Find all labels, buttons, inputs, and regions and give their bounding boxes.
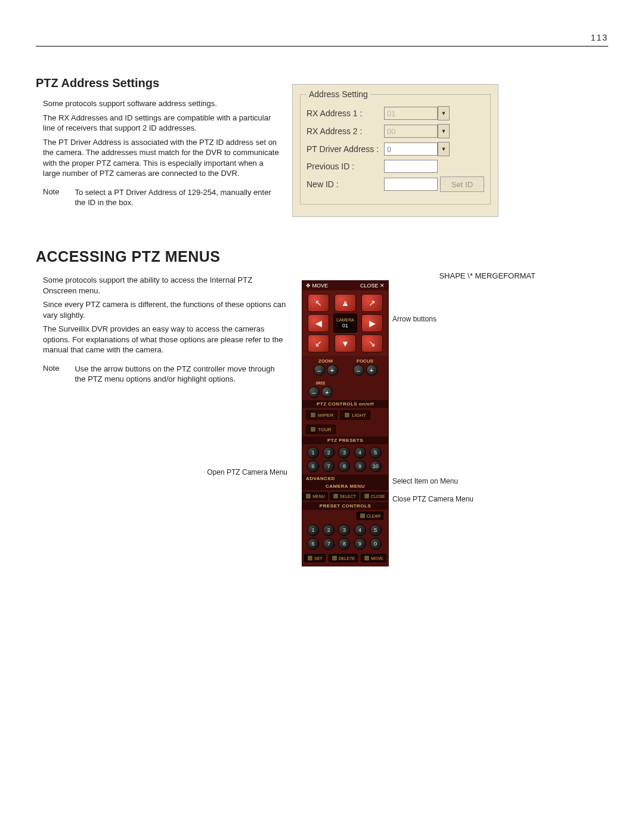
preset-6-button[interactable]: 6 bbox=[307, 460, 319, 472]
arrow-down-button[interactable]: ▼ bbox=[335, 335, 356, 352]
focus-far-button[interactable]: + bbox=[366, 364, 377, 376]
move-preset-button[interactable]: MOVE bbox=[361, 554, 386, 562]
preset-4-button[interactable]: 4 bbox=[354, 447, 366, 459]
preset-ctrl-row: 1 2 3 4 5 6 7 8 9 0 bbox=[302, 522, 388, 552]
arrow-up-button[interactable]: ▲ bbox=[335, 294, 356, 312]
num-2-button[interactable]: 2 bbox=[323, 524, 335, 536]
s1-note-label: Note bbox=[43, 187, 59, 208]
square-icon bbox=[360, 513, 366, 519]
section1-text: Some protocols support software address … bbox=[36, 95, 281, 208]
light-button[interactable]: LIGHT bbox=[340, 410, 370, 420]
s2-note-label: Note bbox=[43, 364, 59, 385]
square-icon bbox=[333, 493, 339, 499]
s2-note-body: Use the arrow buttons on the PTZ control… bbox=[75, 364, 287, 385]
advanced-title: ADVANCED bbox=[302, 475, 388, 482]
arrow-downright-button[interactable]: ↘ bbox=[361, 335, 383, 352]
rx2-dropdown-button[interactable]: ▼ bbox=[438, 124, 450, 138]
num-6-button[interactable]: 6 bbox=[307, 538, 319, 550]
ptz-dpad: ↖ ▲ ↗ ◀ CAMERA 01 ▶ ↙ ▼ ↘ bbox=[302, 290, 388, 356]
preset-row-1: 1 2 3 4 5 6 7 8 9 10 bbox=[302, 444, 388, 475]
ptdriver-dropdown-button[interactable]: ▼ bbox=[438, 142, 450, 156]
square-icon bbox=[305, 493, 311, 499]
s1-p2: The RX Addresses and ID settings are com… bbox=[43, 113, 281, 134]
previd-input[interactable] bbox=[384, 160, 438, 173]
preset-7-button[interactable]: 7 bbox=[323, 460, 335, 472]
preset-9-button[interactable]: 9 bbox=[354, 460, 366, 472]
section2-text: Some protocols support the ability to ac… bbox=[36, 271, 287, 476]
tour-button[interactable]: TOUR bbox=[306, 425, 336, 434]
menu-button[interactable]: MENU bbox=[302, 492, 328, 500]
square-icon bbox=[310, 412, 316, 418]
square-icon bbox=[364, 493, 370, 499]
num-9-button[interactable]: 9 bbox=[354, 538, 366, 550]
ptdriver-label: PT Driver Address : bbox=[306, 144, 384, 154]
square-icon bbox=[307, 555, 313, 561]
ptz-presets-title: PTZ PRESETS bbox=[302, 436, 388, 444]
square-icon bbox=[344, 412, 350, 418]
arrow-upleft-button[interactable]: ↖ bbox=[308, 294, 329, 312]
setid-button[interactable]: Set ID bbox=[440, 176, 484, 192]
arrow-upright-button[interactable]: ↗ bbox=[361, 294, 383, 312]
set-button[interactable]: SET bbox=[304, 554, 326, 562]
ptdriver-dropdown[interactable]: 0 bbox=[384, 143, 438, 156]
num-0-button[interactable]: 0 bbox=[370, 538, 382, 550]
newid-label: New ID : bbox=[306, 179, 384, 189]
s1-p1: Some protocols support software address … bbox=[43, 98, 281, 109]
arrow-buttons-callout: Arrow buttons bbox=[392, 315, 494, 323]
iris-open-button[interactable]: + bbox=[321, 386, 333, 398]
square-icon bbox=[364, 555, 370, 561]
chevron-down-icon: ▼ bbox=[441, 110, 447, 116]
focus-label: FOCUS bbox=[357, 358, 373, 364]
open-menu-callout: Open PTZ Camera Menu bbox=[43, 468, 287, 476]
iris-close-button[interactable]: – bbox=[308, 386, 320, 398]
zoom-in-button[interactable]: + bbox=[327, 364, 338, 376]
rx2-dropdown[interactable]: 00 bbox=[384, 125, 438, 138]
s2-p1: Some protocols support the ability to ac… bbox=[43, 275, 287, 296]
s2-p2: Since every PTZ camera is different, the… bbox=[43, 299, 287, 320]
preset-8-button[interactable]: 8 bbox=[338, 460, 350, 472]
ptz-move-handle[interactable]: ✥ MOVE bbox=[306, 283, 328, 289]
clear-button[interactable]: CLEAR bbox=[357, 512, 383, 520]
camera-label: CAMERA bbox=[336, 318, 354, 322]
focus-near-button[interactable]: – bbox=[353, 364, 364, 376]
preset-2-button[interactable]: 2 bbox=[323, 447, 335, 459]
preset-3-button[interactable]: 3 bbox=[338, 447, 350, 459]
num-3-button[interactable]: 3 bbox=[338, 524, 350, 536]
iris-label: IRIS bbox=[316, 380, 326, 386]
select-item-callout: Select Item on Menu bbox=[392, 477, 494, 485]
num-1-button[interactable]: 1 bbox=[307, 524, 319, 536]
arrow-right-button[interactable]: ▶ bbox=[361, 314, 383, 332]
camera-number: 01 bbox=[339, 323, 352, 329]
num-8-button[interactable]: 8 bbox=[338, 538, 350, 550]
square-icon bbox=[332, 555, 338, 561]
s1-note-body: To select a PT Driver Address of 129-254… bbox=[75, 187, 281, 208]
arrow-downleft-button[interactable]: ↙ bbox=[308, 335, 329, 352]
delete-button[interactable]: DELETE bbox=[329, 554, 358, 562]
chevron-down-icon: ▼ bbox=[441, 146, 447, 152]
num-5-button[interactable]: 5 bbox=[370, 524, 382, 536]
camera-indicator: CAMERA 01 bbox=[333, 314, 357, 333]
shape-mergeformat: SHAPE \* MERGEFORMAT bbox=[298, 271, 561, 280]
address-legend: Address Setting bbox=[306, 89, 370, 99]
preset-1-button[interactable]: 1 bbox=[307, 447, 319, 459]
ptz-close-button[interactable]: CLOSE ✕ bbox=[360, 283, 385, 289]
address-setting-panel: Address Setting RX Address 1 : 01 ▼ RX A… bbox=[292, 84, 499, 217]
close-menu-button[interactable]: CLOSE bbox=[361, 492, 388, 500]
rx1-dropdown[interactable]: 01 bbox=[384, 107, 438, 120]
num-4-button[interactable]: 4 bbox=[354, 524, 366, 536]
accessing-ptz-title: ACCESSING PTZ MENUS bbox=[36, 248, 608, 265]
rx1-dropdown-button[interactable]: ▼ bbox=[438, 106, 450, 120]
previd-label: Previous ID : bbox=[306, 162, 384, 171]
s2-p3: The Surveillix DVR provides an easy way … bbox=[43, 324, 287, 355]
preset-5-button[interactable]: 5 bbox=[370, 447, 382, 459]
num-7-button[interactable]: 7 bbox=[323, 538, 335, 550]
zoom-label: ZOOM bbox=[318, 358, 333, 364]
zoom-out-button[interactable]: – bbox=[314, 364, 325, 376]
arrow-left-button[interactable]: ◀ bbox=[308, 314, 329, 332]
wiper-button[interactable]: WIPER bbox=[306, 410, 338, 420]
newid-input[interactable] bbox=[384, 178, 438, 191]
select-button[interactable]: SELECT bbox=[330, 492, 359, 500]
camera-menu-title: CAMERA MENU bbox=[302, 482, 388, 490]
ptz-controls-title: PTZ CONTROLS on/off bbox=[302, 400, 388, 408]
preset-10-button[interactable]: 10 bbox=[370, 460, 382, 472]
